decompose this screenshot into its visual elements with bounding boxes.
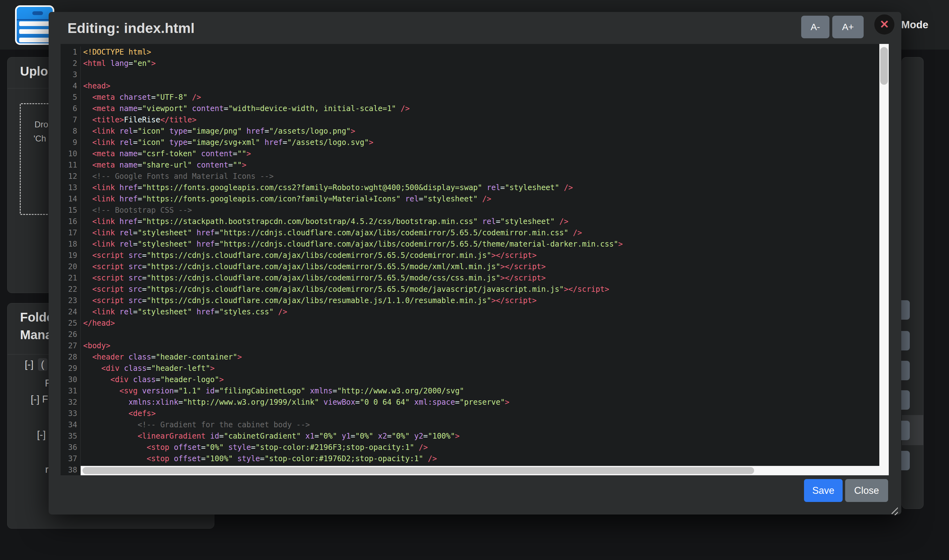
folder-tree-item-label: [-] [25, 359, 34, 370]
code-line: <div class="header-logo"> [83, 374, 879, 385]
code-line: <meta name="viewport" content="width=dev… [83, 103, 879, 114]
code-line: <div class="header-left"> [83, 363, 879, 374]
line-number: 7 [60, 114, 77, 126]
logo-divider [17, 19, 53, 20]
line-number: 12 [60, 171, 77, 182]
logo-drawer-handle [32, 11, 43, 15]
vertical-scrollbar[interactable] [879, 44, 889, 475]
code-line: <!-- Gradient for the cabinet body --> [83, 419, 879, 431]
line-number: 18 [60, 238, 77, 250]
code-line: <!DOCTYPE html> [83, 46, 879, 58]
code-line: <script src="https://cdnjs.cloudflare.co… [83, 272, 879, 284]
code-line: <script src="https://cdnjs.cloudflare.co… [83, 250, 879, 261]
modal-resize-handle[interactable] [890, 507, 898, 515]
code-line: </head> [83, 317, 879, 329]
line-number: 26 [60, 329, 77, 340]
vertical-scrollbar-thumb[interactable] [880, 47, 888, 85]
code-line: <link href="https://fonts.googleapis.com… [83, 193, 879, 205]
folder-card-title-line2: Mana [20, 328, 52, 342]
close-button[interactable]: Close [845, 479, 888, 502]
selected-folder-label[interactable]: ( [38, 358, 48, 371]
line-number: 19 [60, 250, 77, 261]
folder-tree-item-label: r [45, 464, 48, 475]
line-number: 38 [60, 464, 77, 475]
line-number: 24 [60, 306, 77, 317]
edit-file-modal: Editing: index.html A- A+ ✕ 123456789101… [49, 12, 901, 514]
code-line: <meta name="share-url" content=""> [83, 159, 879, 171]
folder-tree-item-label: [-] F [31, 394, 48, 405]
line-number-gutter: 1234567891011121314151617181920212223242… [60, 46, 81, 475]
app-root: t Mode Uplo Dro 'Ch Folde Mana [-](F[-] … [0, 0, 949, 560]
line-number: 16 [60, 216, 77, 227]
line-number: 25 [60, 317, 77, 329]
file-list-card-sliver [901, 57, 924, 509]
code-line: <link rel="stylesheet" href="https://cdn… [83, 238, 879, 250]
increase-font-button[interactable]: A+ [832, 16, 864, 38]
code-line [83, 69, 879, 80]
line-number: 30 [60, 374, 77, 385]
code-line: <stop offset="0%" style="stop-color:#219… [83, 442, 879, 453]
code-line: <script src="https://cdnjs.cloudflare.co… [83, 284, 879, 295]
code-line: <meta name="csrf-token" content=""> [83, 148, 879, 159]
modal-title: Editing: index.html [68, 20, 194, 36]
line-number: 3 [60, 69, 77, 80]
line-number: 10 [60, 148, 77, 159]
line-number: 17 [60, 227, 77, 238]
line-number: 28 [60, 351, 77, 363]
code-line: <meta charset="UTF-8" /> [83, 92, 879, 103]
line-number: 5 [60, 92, 77, 103]
code-editor[interactable]: 1234567891011121314151617181920212223242… [60, 44, 889, 475]
line-number: 29 [60, 363, 77, 374]
code-line: xmlns:xlink="http://www.w3.org/1999/xlin… [83, 397, 879, 408]
line-number: 37 [60, 453, 77, 464]
line-number: 33 [60, 408, 77, 419]
folder-tree-item[interactable]: [-] F [31, 394, 48, 405]
folder-tree-item-label: [-] [37, 429, 46, 440]
upload-card-title: Uplo [20, 64, 48, 78]
line-number: 36 [60, 442, 77, 453]
decrease-font-button[interactable]: A- [801, 16, 829, 38]
dropzone-text-line1: Dro [34, 120, 48, 129]
code-line: <header class="header-container"> [83, 351, 879, 363]
code-line: <linearGradient id="cabinetGradient" x1=… [83, 431, 879, 442]
code-line: <link href="https://fonts.googleapis.com… [83, 182, 879, 193]
code-line: <defs> [83, 408, 879, 419]
code-line: <link href="https://stackpath.bootstrapc… [83, 216, 879, 227]
line-number: 21 [60, 272, 77, 284]
code-line: <link rel="stylesheet" href="https://cdn… [83, 227, 879, 238]
line-number: 22 [60, 284, 77, 295]
line-number: 2 [60, 58, 77, 69]
code-line: <!-- Bootstrap CSS --> [83, 205, 879, 216]
line-number: 9 [60, 137, 77, 148]
save-button[interactable]: Save [804, 479, 843, 502]
line-number: 8 [60, 126, 77, 137]
code-content: <!DOCTYPE html><html lang="en"><head> <m… [83, 46, 879, 475]
dropzone-text-line2: 'Ch [34, 134, 46, 144]
horizontal-scrollbar-thumb[interactable] [83, 467, 754, 474]
line-number: 34 [60, 419, 77, 431]
code-line: <head> [83, 80, 879, 92]
code-line: <!-- Google Fonts and Material Icons --> [83, 171, 879, 182]
code-line: <stop offset="100%" style="stop-color:#1… [83, 453, 879, 464]
close-icon[interactable]: ✕ [874, 14, 894, 34]
code-line: <svg version="1.1" id="filingCabinetLogo… [83, 385, 879, 397]
code-line: <link rel="icon" type="image/svg+xml" hr… [83, 137, 879, 148]
code-line: <link rel="icon" type="image/png" href="… [83, 126, 879, 137]
line-number: 27 [60, 340, 77, 351]
line-number: 6 [60, 103, 77, 114]
code-line [83, 329, 879, 340]
line-number: 14 [60, 193, 77, 205]
horizontal-scrollbar[interactable] [81, 466, 879, 475]
line-number: 23 [60, 295, 77, 306]
folder-tree-item[interactable]: r [45, 464, 48, 475]
folder-tree-item[interactable]: [-]( [25, 358, 48, 371]
folder-tree-item[interactable]: [-] [37, 429, 46, 440]
line-number: 1 [60, 46, 77, 58]
code-line: <link rel="stylesheet" href="styles.css"… [83, 306, 879, 317]
code-line: <body> [83, 340, 879, 351]
code-line: <html lang="en"> [83, 58, 879, 69]
line-number: 31 [60, 385, 77, 397]
line-number: 11 [60, 159, 77, 171]
code-line: <script src="https://cdnjs.cloudflare.co… [83, 295, 879, 306]
line-number: 13 [60, 182, 77, 193]
